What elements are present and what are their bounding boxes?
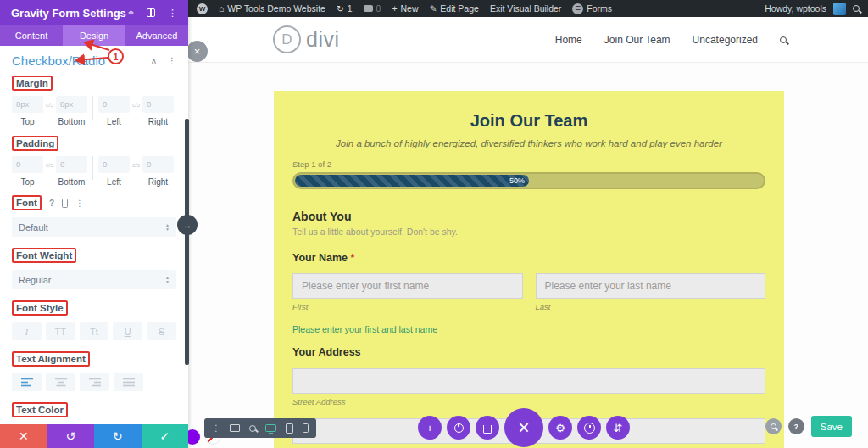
- site-search-icon[interactable]: [780, 36, 787, 43]
- align-justify-button[interactable]: [114, 373, 143, 391]
- responsive-phone-icon[interactable]: [62, 199, 68, 208]
- exit-visual-builder-link[interactable]: Exit Visual Builder: [490, 3, 561, 14]
- new-label: New: [401, 3, 419, 14]
- align-left-button[interactable]: [12, 373, 42, 391]
- section-menu-icon[interactable]: ⋮: [168, 56, 176, 65]
- desktop-view-icon[interactable]: [265, 424, 276, 432]
- first-name-input[interactable]: [292, 273, 523, 299]
- disable-module-button[interactable]: [447, 416, 470, 440]
- panel-resize-handle[interactable]: ↔: [177, 215, 198, 235]
- font-weight-label: Font Weight: [12, 248, 76, 263]
- font-weight-select[interactable]: Regular ▲▼: [12, 270, 176, 289]
- progress-fill: 50%: [295, 175, 529, 187]
- align-right-button[interactable]: [80, 373, 109, 391]
- nav-join-our-team[interactable]: Join Our Team: [604, 34, 670, 46]
- new-content-link[interactable]: +New: [392, 3, 418, 14]
- undo-button[interactable]: ↺: [47, 424, 95, 448]
- site-name-link[interactable]: ⌂WP Tools Demo Website: [219, 3, 326, 14]
- howdy-label[interactable]: Howdy, wptools: [765, 3, 826, 14]
- required-mark: *: [351, 252, 355, 264]
- save-button[interactable]: Save: [811, 416, 852, 437]
- redo-button[interactable]: ↻: [94, 424, 142, 448]
- wireframe-view-icon[interactable]: [230, 424, 240, 432]
- font-options-icon[interactable]: ⋮: [75, 199, 84, 208]
- margin-left-input[interactable]: 0: [98, 96, 130, 113]
- nav-uncategorized[interactable]: Uncategorized: [693, 34, 758, 46]
- help-icon[interactable]: ?: [49, 199, 54, 208]
- page-zoom-button[interactable]: [765, 418, 782, 434]
- module-settings-button[interactable]: ⚙: [548, 416, 572, 440]
- street-address-input[interactable]: [292, 368, 765, 394]
- zoom-view-icon[interactable]: [249, 425, 256, 432]
- magnifier-icon: [771, 423, 776, 429]
- font-label: Font: [12, 195, 42, 210]
- updates-icon: ↻: [337, 3, 344, 14]
- panel-resize-bar[interactable]: [185, 119, 189, 365]
- plus-icon: +: [392, 3, 397, 14]
- link-values-icon[interactable]: c/ɔ: [46, 162, 53, 168]
- divi-logo-icon: D: [273, 25, 301, 53]
- margin-right-input[interactable]: 0: [142, 96, 174, 113]
- history-button[interactable]: [577, 416, 601, 440]
- form-title: Join Our Team: [292, 111, 765, 131]
- expand-icon[interactable]: ⌖: [128, 7, 134, 19]
- bottom-right-controls: ? Save: [765, 416, 852, 437]
- reorder-icon: ⇵: [614, 422, 623, 434]
- wordpress-menu[interactable]: W: [197, 3, 208, 14]
- padding-bottom-input[interactable]: 0: [56, 156, 87, 173]
- forms-label: Forms: [587, 3, 612, 14]
- gravity-form-section[interactable]: Join Our Team Join a bunch of highly ene…: [274, 91, 784, 448]
- section-toggle-checkbox-radio[interactable]: Checkbox/Radio: [12, 53, 105, 68]
- italic-button[interactable]: I: [12, 322, 42, 340]
- add-module-button[interactable]: +: [418, 416, 442, 440]
- font-style-buttons: I TT Tt U S: [12, 322, 176, 340]
- text-color-label: Text Color: [12, 402, 68, 417]
- font-select-value: Default: [19, 222, 48, 232]
- link-values-icon[interactable]: c/ɔ: [132, 162, 140, 168]
- small-caps-button[interactable]: Tt: [80, 322, 109, 340]
- name-hint: Please enter your first and last name: [292, 324, 765, 334]
- panel-menu-icon[interactable]: ⋮: [168, 8, 177, 19]
- tab-advanced[interactable]: Advanced: [125, 25, 188, 46]
- divider: [92, 96, 93, 120]
- forms-link[interactable]: ☰Forms: [572, 3, 612, 14]
- confirm-button[interactable]: ✓: [142, 424, 189, 448]
- padding-top-input[interactable]: 0: [12, 156, 43, 173]
- module-controls: + × ⚙ ⇵: [418, 408, 630, 447]
- uppercase-button[interactable]: TT: [46, 322, 75, 340]
- margin-top-input[interactable]: 8px: [12, 96, 43, 113]
- tab-design[interactable]: Design: [63, 25, 125, 46]
- updates-link[interactable]: ↻1: [337, 3, 353, 14]
- last-name-input[interactable]: [536, 273, 766, 299]
- font-select[interactable]: Default ▲▼: [12, 217, 176, 237]
- link-values-icon[interactable]: c/ɔ: [46, 102, 53, 108]
- nav-home[interactable]: Home: [555, 34, 582, 46]
- tablet-view-icon[interactable]: [286, 423, 293, 434]
- toolbar-menu-icon[interactable]: ⋮: [212, 423, 220, 433]
- align-center-button[interactable]: [46, 373, 75, 391]
- underline-button[interactable]: U: [113, 322, 142, 340]
- reorder-button[interactable]: ⇵: [606, 416, 630, 440]
- link-values-icon[interactable]: c/ɔ: [132, 102, 140, 108]
- collapse-chevron-icon[interactable]: ∧: [151, 56, 157, 65]
- section-description: Tell us a little about yourself. Don't b…: [292, 227, 765, 237]
- name-field-label: Your Name *: [292, 252, 765, 264]
- layout-columns-icon[interactable]: [147, 8, 155, 17]
- delete-module-button[interactable]: [476, 416, 499, 440]
- comments-link[interactable]: 0: [364, 3, 381, 14]
- padding-right-input[interactable]: 0: [142, 156, 174, 173]
- tab-content[interactable]: Content: [0, 25, 63, 46]
- padding-label: Padding: [12, 136, 58, 151]
- phone-view-icon[interactable]: [303, 423, 309, 433]
- padding-left-input[interactable]: 0: [98, 156, 130, 173]
- edit-page-link[interactable]: ✎Edit Page: [430, 3, 479, 14]
- divi-logo[interactable]: D divi: [273, 25, 340, 53]
- search-icon[interactable]: [853, 5, 860, 12]
- page-help-button[interactable]: ?: [788, 418, 804, 434]
- discard-button[interactable]: ✕: [0, 424, 47, 448]
- close-controls-button[interactable]: ×: [504, 408, 543, 447]
- margin-bottom-input[interactable]: 8px: [56, 96, 87, 113]
- divi-logo-text: divi: [306, 27, 340, 52]
- strikethrough-button[interactable]: S: [147, 322, 176, 340]
- preview-close-button[interactable]: ×: [186, 41, 208, 62]
